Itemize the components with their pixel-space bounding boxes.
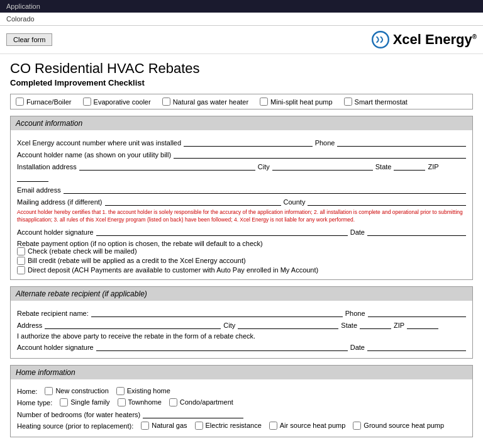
top-bar: Application (0, 0, 483, 13)
townhome-option: Townhome (118, 398, 162, 406)
alternate-recipient-section: Alternate rebate recipient (if applicabl… (10, 286, 473, 359)
recipient-phone-label: Phone (345, 310, 365, 317)
condo-option: Condo/apartment (169, 398, 233, 406)
email-label: Email address (17, 186, 61, 194)
holder-name-row: Account holder name (as shown on your ut… (17, 150, 466, 159)
natural-gas-option: Natural gas (141, 422, 187, 430)
recipient-signature-row: Account holder signature Date (17, 342, 466, 351)
recipient-address-row: Address City State ZIP (17, 320, 466, 329)
city-label: City (258, 163, 270, 171)
checklist-item-evap: Evaporative cooler (83, 98, 151, 106)
checkbox-air-source[interactable] (269, 422, 277, 430)
existing-home-option: Existing home (116, 387, 170, 395)
recipient-address-label: Address (17, 322, 42, 329)
state-label: State (375, 163, 392, 171)
air-source-label: Air source heat pump (280, 422, 346, 429)
checkbox-gas-water[interactable] (162, 98, 170, 106)
condo-label: Condo/apartment (180, 398, 233, 406)
email-row: Email address (17, 185, 466, 194)
disclaimer-text: Account holder hereby certifies that 1. … (17, 209, 466, 224)
address-row: Installation address City State ZIP (17, 162, 466, 182)
checkbox-single-family[interactable] (60, 398, 68, 406)
checkbox-evap[interactable] (83, 98, 91, 106)
checkbox-ground-source[interactable] (353, 422, 361, 430)
clear-form-button[interactable]: Clear form (6, 33, 52, 46)
recipient-state-input[interactable] (360, 320, 391, 329)
phone-label: Phone (315, 139, 335, 147)
bedrooms-input[interactable] (143, 410, 243, 418)
checkbox-furnace[interactable] (16, 98, 24, 106)
account-info-header: Account information (11, 116, 472, 130)
checklist-item-heat-pump: Mini-split heat pump (260, 98, 332, 106)
checkbox-rebate-bill[interactable] (17, 257, 25, 265)
state-input[interactable] (394, 162, 425, 171)
checklist-label-thermostat: Smart thermostat (355, 98, 408, 106)
email-input[interactable] (64, 185, 466, 194)
bedrooms-row: Number of bedrooms (for water heaters) (17, 410, 466, 418)
signature-input[interactable] (96, 227, 348, 236)
heating-source-row: Heating source (prior to replacement): N… (17, 422, 466, 431)
recipient-zip-label: ZIP (394, 322, 404, 329)
rebate-check-option: Check (rebate check will be mailed) (17, 247, 466, 255)
checklist-row: Furnace/Boiler Evaporative cooler Natura… (10, 94, 473, 109)
recipient-name-input[interactable] (91, 308, 343, 317)
single-family-label: Single family (70, 398, 109, 406)
mailing-input[interactable] (105, 197, 281, 206)
checkbox-rebate-check[interactable] (17, 247, 25, 255)
checkbox-natural-gas[interactable] (141, 422, 149, 430)
top-bar-label: Application (6, 3, 40, 10)
county-input[interactable] (308, 197, 466, 206)
rebate-check-label: Check (rebate check will be mailed) (28, 247, 137, 255)
recipient-date-input[interactable] (367, 342, 466, 351)
recipient-address-input[interactable] (45, 320, 221, 329)
checkbox-thermostat[interactable] (344, 98, 352, 106)
checklist-label-furnace: Furnace/Boiler (26, 98, 72, 106)
account-info-body: Xcel Energy account number where unit wa… (11, 134, 472, 279)
recipient-signature-input[interactable] (96, 342, 348, 351)
account-number-label: Xcel Energy account number where unit wa… (17, 139, 181, 147)
date-input[interactable] (367, 227, 466, 236)
natural-gas-label: Natural gas (152, 422, 187, 429)
home-label: Home: (17, 388, 37, 395)
phone-input[interactable] (337, 138, 466, 147)
checklist-item-gas-water: Natural gas water heater (162, 98, 248, 106)
checklist-item-furnace: Furnace/Boiler (16, 98, 72, 106)
rebate-direct-label: Direct deposit (ACH Payments are availab… (28, 266, 318, 274)
checkbox-townhome[interactable] (118, 398, 126, 406)
rebate-title: Rebate payment option (if no option is c… (17, 240, 466, 247)
signature-label: Account holder signature (17, 228, 94, 236)
address-input[interactable] (79, 162, 255, 171)
holder-name-input[interactable] (174, 150, 466, 159)
zip-input[interactable] (17, 173, 48, 182)
home-structure-row: Home type: Single family Townhome Condo/… (17, 398, 466, 408)
new-construction-option: New construction (45, 387, 108, 395)
townhome-label: Townhome (128, 398, 162, 406)
page-subtitle: Completed Improvement Checklist (10, 78, 473, 87)
recipient-date-label: Date (350, 344, 365, 351)
checkbox-new-construction[interactable] (45, 387, 53, 395)
toolbar: Clear form Xcel Energy® (0, 26, 483, 54)
checkbox-existing-home[interactable] (116, 387, 125, 395)
account-number-row: Xcel Energy account number where unit wa… (17, 138, 466, 147)
ground-source-option: Ground source heat pump (353, 422, 444, 430)
date-label: Date (350, 228, 365, 236)
new-construction-label: New construction (55, 387, 108, 395)
recipient-city-input[interactable] (238, 320, 338, 329)
checkbox-electric-resistance[interactable] (195, 422, 203, 430)
checkbox-condo[interactable] (169, 398, 177, 406)
city-input[interactable] (272, 162, 373, 171)
recipient-phone-input[interactable] (368, 308, 466, 317)
checkbox-heat-pump[interactable] (260, 98, 268, 106)
mailing-row: Mailing address (if different) County (17, 197, 466, 206)
checkbox-rebate-direct[interactable] (17, 266, 25, 274)
logo: Xcel Energy® (370, 30, 477, 50)
recipient-zip-input[interactable] (407, 320, 438, 329)
xcel-logo-icon (370, 30, 391, 50)
account-number-input[interactable] (184, 138, 313, 147)
zip-label: ZIP (428, 163, 438, 171)
home-type-row: Home: New construction Existing home (17, 387, 466, 396)
recipient-name-label: Rebate recipient name: (17, 310, 89, 317)
logo-name: Xcel Energy® (393, 31, 477, 48)
home-info-section: Home information Home: New construction … (10, 365, 473, 437)
alternate-recipient-suffix: (if applicable) (102, 289, 147, 298)
